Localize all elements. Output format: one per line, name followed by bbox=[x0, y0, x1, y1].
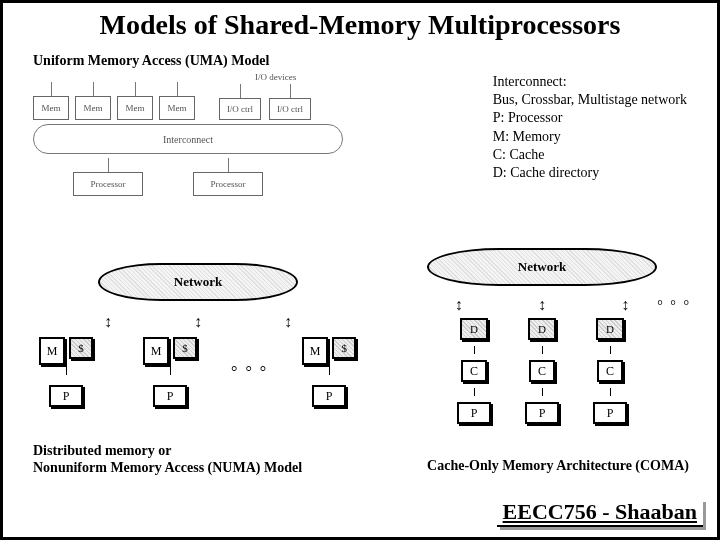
memory-box: M bbox=[39, 337, 65, 365]
memory-box: M bbox=[302, 337, 328, 365]
legend-line: Bus, Crossbar, Multistage network bbox=[493, 91, 687, 109]
interconnect-oval: Interconnect bbox=[33, 124, 343, 154]
network-oval: Network bbox=[98, 263, 298, 301]
coma-node: D C P bbox=[525, 318, 559, 424]
processor-box: P bbox=[457, 402, 491, 424]
processor-box: Processor bbox=[73, 172, 143, 196]
double-arrow-icon: ↕ bbox=[104, 313, 112, 331]
numa-node: M $ P bbox=[127, 337, 213, 407]
mem-box: Mem bbox=[75, 96, 111, 120]
uma-figure: Mem Mem Mem Mem I/O devices I/O ctrl I/O… bbox=[33, 73, 353, 233]
coma-diagram: Network ↕ ↕ ↕ ° ° ° D C P D C P D bbox=[387, 248, 697, 424]
numa-caption-line: Nonuniform Memory Access (NUMA) Model bbox=[33, 460, 302, 477]
numa-caption: Distributed memory or Nonuniform Memory … bbox=[33, 443, 302, 477]
processor-box: P bbox=[525, 402, 559, 424]
cache-box: C bbox=[597, 360, 623, 382]
double-arrow-icon: ↕ bbox=[621, 296, 629, 314]
uma-subtitle: Uniform Memory Access (UMA) Model bbox=[33, 53, 269, 69]
io-ctrl-box: I/O ctrl bbox=[219, 98, 261, 120]
double-arrow-icon: ↕ bbox=[538, 296, 546, 314]
cache-box: $ bbox=[332, 337, 356, 359]
directory-box: D bbox=[528, 318, 556, 340]
processor-box: P bbox=[49, 385, 83, 407]
directory-box: D bbox=[596, 318, 624, 340]
legend-line: P: Processor bbox=[493, 109, 687, 127]
legend-block: Interconnect: Bus, Crossbar, Multistage … bbox=[493, 73, 687, 182]
directory-box: D bbox=[460, 318, 488, 340]
coma-node: D C P bbox=[593, 318, 627, 424]
legend-line: Interconnect: bbox=[493, 73, 687, 91]
numa-node: M $ P bbox=[286, 337, 372, 407]
slide-title: Models of Shared-Memory Multiprocessors bbox=[3, 9, 717, 41]
memory-box: M bbox=[143, 337, 169, 365]
numa-caption-line: Distributed memory or bbox=[33, 443, 302, 460]
legend-line: M: Memory bbox=[493, 128, 687, 146]
cache-box: C bbox=[529, 360, 555, 382]
cache-box: $ bbox=[173, 337, 197, 359]
double-arrow-icon: ↕ bbox=[284, 313, 292, 331]
numa-node: M $ P bbox=[23, 337, 109, 407]
io-ctrl-box: I/O ctrl bbox=[269, 98, 311, 120]
ellipsis: ° ° ° bbox=[231, 363, 268, 381]
slide-frame: Models of Shared-Memory Multiprocessors … bbox=[0, 0, 720, 540]
cache-box: C bbox=[461, 360, 487, 382]
cache-box: $ bbox=[69, 337, 93, 359]
processor-box: P bbox=[593, 402, 627, 424]
double-arrow-icon: ↕ bbox=[455, 296, 463, 314]
legend-line: C: Cache bbox=[493, 146, 687, 164]
double-arrow-icon: ↕ bbox=[194, 313, 202, 331]
coma-caption: Cache-Only Memory Architecture (COMA) bbox=[427, 458, 689, 474]
processor-box: P bbox=[312, 385, 346, 407]
legend-line: D: Cache directory bbox=[493, 164, 687, 182]
processor-box: P bbox=[153, 385, 187, 407]
mem-box: Mem bbox=[159, 96, 195, 120]
numa-diagram: Network ↕ ↕ ↕ M $ P M $ P bbox=[23, 263, 373, 407]
network-oval: Network bbox=[427, 248, 657, 286]
ellipsis: ° ° ° bbox=[657, 298, 691, 314]
io-devices-label: I/O devices bbox=[255, 73, 305, 82]
mem-box: Mem bbox=[33, 96, 69, 120]
coma-node: D C P bbox=[457, 318, 491, 424]
mem-box: Mem bbox=[117, 96, 153, 120]
processor-box: Processor bbox=[193, 172, 263, 196]
footer-credit: EECC756 - Shaaban bbox=[497, 499, 703, 527]
